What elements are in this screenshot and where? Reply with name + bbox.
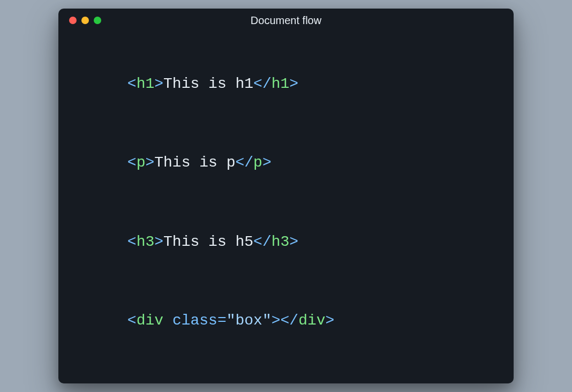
attr-name: class xyxy=(172,312,217,329)
equals-punc: = xyxy=(217,312,227,329)
tag-open-punc-end: > xyxy=(272,312,281,329)
tag-name-close: h3 xyxy=(272,233,290,250)
tag-name: h1 xyxy=(137,76,155,92)
tag-open-punc-end: > xyxy=(154,76,163,92)
attr-value: box xyxy=(236,312,262,329)
window-titlebar: Document flow xyxy=(58,9,514,32)
traffic-lights xyxy=(69,17,101,24)
code-line: <div class="box"></div> xyxy=(73,290,499,351)
maximize-icon[interactable] xyxy=(94,17,101,24)
tag-name: div xyxy=(137,312,163,329)
tag-close-punc-end: > xyxy=(326,312,335,329)
tag-open-punc: < xyxy=(127,76,137,92)
window-title: Document flow xyxy=(58,14,514,27)
tag-open-punc: < xyxy=(127,233,137,250)
tag-text: This is h5 xyxy=(163,233,253,250)
tag-open-punc: < xyxy=(127,312,137,329)
tag-name-close: div xyxy=(298,312,325,329)
tag-name-close: p xyxy=(253,154,262,171)
tag-close-punc: </ xyxy=(236,154,254,171)
tag-open-punc-end: > xyxy=(145,154,154,171)
minimize-icon[interactable] xyxy=(81,17,89,24)
tag-text: This is h1 xyxy=(163,76,253,92)
tag-open-punc-end: > xyxy=(154,233,163,250)
tag-close-punc: </ xyxy=(253,76,272,92)
tag-close-punc-end: > xyxy=(289,233,298,250)
tag-name-close: h1 xyxy=(272,76,290,92)
string-open-quote: " xyxy=(227,312,236,329)
tag-close-punc: </ xyxy=(253,233,272,250)
code-line: <p>This is p</p> xyxy=(73,133,499,193)
tag-close-punc: </ xyxy=(281,312,299,329)
tag-close-punc-end: > xyxy=(262,154,272,171)
code-window: Document flow <h1>This is h1</h1> <p>Thi… xyxy=(58,9,514,383)
code-line: <h3>This is h5</h3> xyxy=(73,212,499,272)
code-line: <h1>This is h1</h1> xyxy=(73,54,499,114)
tag-close-punc-end: > xyxy=(289,76,298,92)
code-editor[interactable]: <h1>This is h1</h1> <p>This is p</p> <h3… xyxy=(58,32,514,383)
tag-name: h3 xyxy=(137,233,155,250)
tag-open-punc: < xyxy=(127,154,137,171)
tag-name: p xyxy=(137,154,146,171)
close-icon[interactable] xyxy=(69,17,77,24)
string-close-quote: " xyxy=(262,312,272,329)
tag-text: This is p xyxy=(154,154,235,171)
